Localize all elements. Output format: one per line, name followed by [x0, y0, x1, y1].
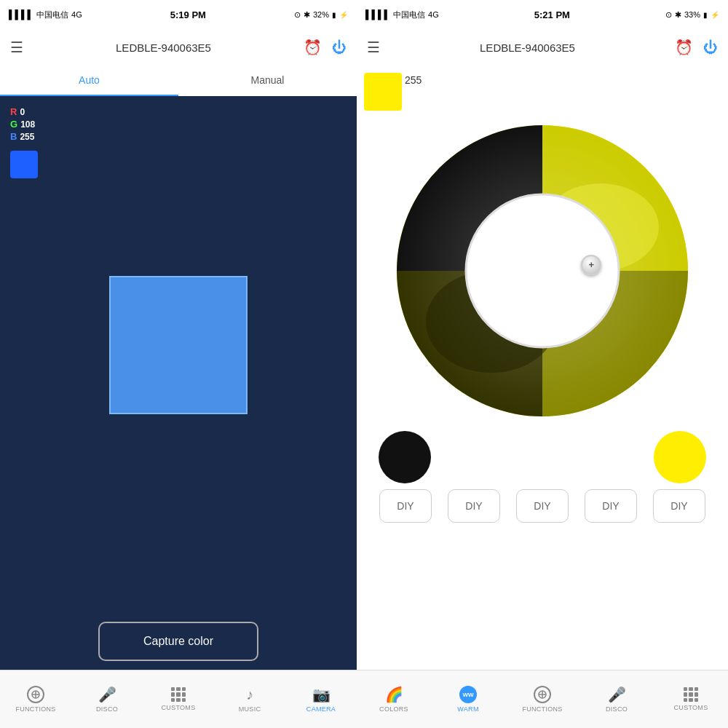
capture-color-button[interactable]: Capture color: [98, 622, 258, 661]
left-top-bar: ☰ LEDBLE-940063E5 ⏰ ⏻: [0, 29, 357, 66]
rgb-b-row: B 255: [10, 131, 35, 142]
left-battery-icon: ▮: [332, 11, 336, 19]
right-panel: ▌▌▌▌ 中国电信 4G 5:21 PM ⊙ ✱ 33% ▮ ⚡ ☰ LEDBL…: [357, 0, 728, 728]
right-device-title: LEDBLE-940063E5: [480, 41, 575, 54]
left-battery: 32%: [313, 10, 329, 19]
left-nav-music-label: MUSIC: [239, 705, 261, 713]
swatch-black[interactable]: [379, 431, 431, 483]
tab-manual[interactable]: Manual: [178, 66, 357, 96]
right-nav-colors[interactable]: 🌈 COLORS: [357, 686, 431, 713]
left-nav-music[interactable]: ♪ MUSIC: [214, 687, 285, 713]
music-icon: ♪: [246, 687, 253, 703]
diy-button-3[interactable]: DIY: [516, 489, 569, 523]
right-nav-disco[interactable]: 🎤 DISCO: [579, 686, 654, 713]
right-nav-warm[interactable]: WW WARM: [431, 686, 505, 713]
diy-button-5[interactable]: DIY: [653, 489, 705, 523]
left-top-icons: ⏰ ⏻: [304, 39, 347, 56]
left-content: R 0 G 108 B 255: [0, 96, 357, 622]
disco-icon: 🎤: [98, 686, 116, 703]
right-status-left: ▌▌▌▌ 中国电信 4G: [365, 9, 439, 20]
left-location-icon: ⊙: [294, 10, 301, 20]
right-menu-icon[interactable]: ☰: [367, 39, 380, 56]
left-power-icon[interactable]: ⏻: [332, 39, 347, 56]
rgb-b-value: 255: [20, 132, 34, 142]
bottom-swatches: [364, 431, 721, 483]
right-bluetooth-icon: ✱: [675, 10, 681, 20]
left-status-left: ▌▌▌▌ 中国电信 4G: [9, 9, 82, 20]
tab-auto[interactable]: Auto: [0, 66, 178, 96]
left-nav-disco-label: DISCO: [96, 705, 118, 713]
handle-plus-icon: +: [588, 259, 594, 270]
right-top-icons: ⏰ ⏻: [675, 39, 718, 56]
left-menu-icon[interactable]: ☰: [10, 39, 23, 56]
color-wheel-svg: [389, 118, 695, 424]
left-charge-icon: ⚡: [339, 11, 348, 19]
diy-button-1[interactable]: DIY: [379, 489, 432, 523]
right-nav-functions[interactable]: FUNCTIONS: [505, 686, 579, 713]
left-status-right: ⊙ ✱ 32% ▮ ⚡: [294, 10, 348, 20]
right-location-icon: ⊙: [665, 10, 672, 20]
rgb-g-label: G: [10, 119, 17, 130]
left-nav-customs[interactable]: CUSTOMS: [143, 687, 214, 711]
right-nav-customs[interactable]: CUSTOMS: [654, 687, 728, 711]
camera-icon: 📷: [312, 686, 331, 703]
color-wheel-container[interactable]: +: [389, 118, 695, 424]
rgb-b-label: B: [10, 131, 17, 142]
rgb-r-label: R: [10, 106, 17, 117]
left-network: 4G: [71, 10, 82, 19]
color-preview-top: 255: [364, 73, 721, 111]
right-charge-icon: ⚡: [711, 11, 719, 19]
rgb-r-row: R 0: [10, 106, 35, 117]
left-device-title: LEDBLE-940063E5: [116, 41, 211, 54]
right-disco-icon: 🎤: [608, 686, 626, 703]
diy-button-2[interactable]: DIY: [448, 489, 500, 523]
right-alarm-icon[interactable]: ⏰: [675, 39, 693, 56]
rgb-r-value: 0: [20, 107, 25, 117]
left-time: 5:19 PM: [170, 9, 206, 20]
right-nav-functions-label: FUNCTIONS: [522, 705, 562, 713]
customs-icon: [171, 687, 186, 702]
left-bluetooth-icon: ✱: [304, 10, 310, 20]
left-nav-disco[interactable]: 🎤 DISCO: [71, 686, 143, 713]
right-signal-icon: ▌▌▌▌: [365, 9, 390, 20]
right-network: 4G: [428, 10, 439, 19]
right-power-icon[interactable]: ⏻: [703, 39, 718, 56]
rgb-labels: R 0 G 108 B 255: [10, 106, 35, 142]
right-top-bar: ☰ LEDBLE-940063E5 ⏰ ⏻: [357, 29, 728, 66]
left-tabs-bar: Auto Manual: [0, 66, 357, 96]
rgb-g-value: 108: [20, 119, 35, 130]
right-nav-colors-label: COLORS: [379, 705, 408, 713]
left-nav-camera[interactable]: 📷 CAMERA: [285, 686, 357, 713]
left-color-swatch: [10, 151, 38, 178]
colors-icon: 🌈: [385, 686, 403, 703]
right-status-bar: ▌▌▌▌ 中国电信 4G 5:21 PM ⊙ ✱ 33% ▮ ⚡: [357, 0, 728, 29]
right-functions-icon: [534, 686, 551, 703]
color-wheel-handle[interactable]: +: [581, 255, 601, 275]
right-nav-customs-label: CUSTOMS: [674, 704, 708, 711]
left-nav-customs-label: CUSTOMS: [162, 704, 196, 711]
right-battery-icon: ▮: [703, 11, 708, 19]
color-preview-box: [109, 276, 248, 414]
right-nav-warm-label: WARM: [457, 705, 478, 713]
rgb-g-row: G 108: [10, 119, 35, 130]
right-carrier: 中国电信: [393, 9, 425, 20]
diy-button-4[interactable]: DIY: [585, 489, 637, 523]
left-nav-functions[interactable]: FUNCTIONS: [0, 686, 71, 713]
swatch-yellow[interactable]: [654, 431, 706, 483]
warm-icon: WW: [459, 686, 477, 703]
left-nav-functions-label: FUNCTIONS: [15, 705, 55, 713]
left-panel: ▌▌▌▌ 中国电信 4G 5:19 PM ⊙ ✱ 32% ▮ ⚡ ☰ LEDBL…: [0, 0, 357, 728]
diy-row: DIY DIY DIY DIY DIY: [364, 489, 721, 523]
left-status-bar: ▌▌▌▌ 中国电信 4G 5:19 PM ⊙ ✱ 32% ▮ ⚡: [0, 0, 357, 29]
right-bottom-nav: 🌈 COLORS WW WARM FUNCTIONS 🎤 DISCO CUSTO…: [357, 670, 728, 728]
functions-icon: [27, 686, 44, 703]
left-carrier: 中国电信: [36, 9, 68, 20]
right-status-right: ⊙ ✱ 33% ▮ ⚡: [665, 10, 719, 20]
right-battery: 33%: [684, 10, 700, 19]
left-alarm-icon[interactable]: ⏰: [304, 39, 322, 56]
right-customs-icon: [684, 687, 698, 702]
right-color-square: [364, 73, 402, 111]
right-nav-disco-label: DISCO: [606, 705, 628, 713]
left-nav-camera-label: CAMERA: [306, 705, 336, 713]
right-color-value: 255: [405, 74, 422, 86]
